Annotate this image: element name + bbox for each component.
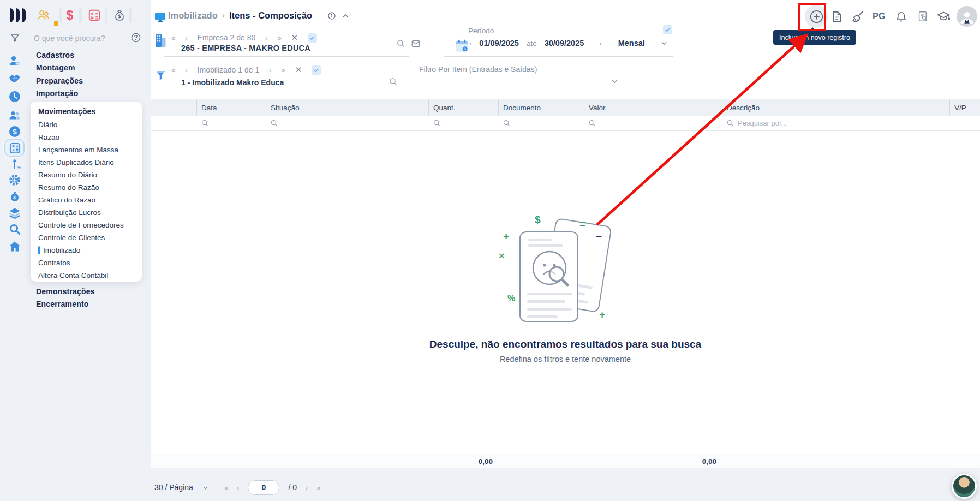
- pg-button[interactable]: PG: [872, 9, 886, 23]
- search-cell-data[interactable]: [196, 116, 266, 130]
- rail-people-icon[interactable]: [8, 109, 21, 122]
- report-button[interactable]: [829, 9, 844, 23]
- company-checkbox[interactable]: [308, 33, 317, 43]
- record-search-icon[interactable]: [389, 77, 398, 86]
- next-page-button[interactable]: ›: [306, 484, 308, 492]
- submenu-item[interactable]: Controle de Clientes: [38, 231, 142, 244]
- descricao-search-input[interactable]: [738, 119, 901, 127]
- first-record-button[interactable]: «: [171, 66, 175, 74]
- audit-log-button[interactable]: [916, 9, 930, 23]
- sidebar-item-demonstracoes[interactable]: Demonstrações: [36, 287, 95, 296]
- prev-company-button[interactable]: ‹: [185, 34, 187, 42]
- help-icon[interactable]: [130, 32, 141, 43]
- breadcrumb-parent[interactable]: Imobilizado: [168, 10, 218, 21]
- rail-home-icon[interactable]: [8, 240, 21, 253]
- rail-partnership-icon[interactable]: [8, 71, 21, 85]
- empty-state-title: Desculpe, não encontramos resultados par…: [151, 338, 980, 350]
- payroll-module-icon[interactable]: [112, 8, 127, 23]
- submenu-item[interactable]: Diário: [38, 118, 142, 131]
- collapse-chevron-icon[interactable]: [342, 12, 350, 20]
- submenu-item[interactable]: Resumo do Diário: [38, 169, 142, 181]
- prev-period-button[interactable]: ‹: [469, 39, 471, 47]
- submenu-item[interactable]: Altera Conta Contábil: [38, 269, 142, 282]
- column-header-situacao[interactable]: Situação: [266, 99, 428, 116]
- email-icon[interactable]: [411, 39, 421, 49]
- next-company-button[interactable]: ›: [265, 34, 267, 42]
- submenu-item[interactable]: Resumo do Razão: [38, 181, 142, 194]
- next-period-button[interactable]: ›: [599, 39, 601, 47]
- training-button[interactable]: [936, 9, 951, 23]
- accounting-module-icon[interactable]: [87, 8, 102, 23]
- column-header-descricao[interactable]: Descrição: [722, 99, 949, 116]
- page-number-input[interactable]: [248, 480, 279, 495]
- submenu-item[interactable]: Razão: [38, 131, 142, 144]
- rail-search-icon[interactable]: [8, 223, 21, 236]
- period-checkbox[interactable]: [663, 25, 672, 34]
- submenu-item[interactable]: Lançamentos em Massa: [38, 144, 142, 156]
- last-record-button[interactable]: »: [282, 66, 285, 74]
- submenu-item[interactable]: Contratos: [38, 257, 142, 269]
- per-page-chevron-icon[interactable]: [202, 484, 209, 491]
- column-header-documento[interactable]: Documento: [498, 99, 584, 116]
- per-page-select[interactable]: 30 / Página: [154, 483, 193, 492]
- sidebar-search[interactable]: O que você procura?: [0, 31, 151, 47]
- search-cell-situacao[interactable]: [266, 116, 428, 130]
- rail-accounting-icon-active[interactable]: [8, 141, 21, 154]
- rail-settings-icon[interactable]: [8, 174, 21, 187]
- next-record-button[interactable]: ›: [269, 66, 271, 74]
- info-icon[interactable]: [327, 11, 336, 20]
- sidebar-item-preparacoes[interactable]: Preparações: [36, 76, 83, 85]
- record-checkbox[interactable]: [312, 65, 321, 75]
- clear-record-button[interactable]: ✕: [295, 65, 302, 75]
- sidebar-item-importacao[interactable]: Importação: [36, 89, 78, 98]
- clear-filters-button[interactable]: [851, 9, 865, 23]
- column-header-valor[interactable]: Valor: [584, 99, 722, 116]
- calendar-icon[interactable]: [455, 38, 469, 53]
- period-mode-chevron-icon[interactable]: [660, 39, 668, 47]
- rail-layers-icon[interactable]: [8, 206, 21, 219]
- rail-time-icon[interactable]: [8, 90, 21, 103]
- column-header-data[interactable]: Data: [196, 99, 266, 116]
- search-cell-descricao[interactable]: [722, 116, 949, 130]
- search-cell-documento[interactable]: [498, 116, 584, 130]
- user-avatar[interactable]: [957, 6, 977, 27]
- sidebar-item-montagem[interactable]: Montagem: [36, 63, 75, 72]
- sidebar-item-movimentacoes[interactable]: Movimentações: [38, 107, 142, 116]
- financial-module-icon[interactable]: $: [62, 8, 77, 23]
- last-page-button[interactable]: »: [316, 484, 320, 492]
- submenu-item[interactable]: Gráfico do Razão: [38, 194, 142, 206]
- submenu-item-imobilizado-active[interactable]: Imobilizado: [38, 244, 142, 257]
- last-company-button[interactable]: »: [278, 34, 282, 42]
- sidebar-search-placeholder[interactable]: O que você procura?: [34, 34, 105, 43]
- clear-company-button[interactable]: ✕: [291, 33, 298, 43]
- prev-page-button[interactable]: ‹: [237, 484, 239, 492]
- item-filter-label[interactable]: Filtro Por Item (Entradas e Saídas): [419, 65, 537, 74]
- sidebar-item-encerramento[interactable]: Encerramento: [36, 300, 89, 308]
- column-header-vp[interactable]: V/P: [949, 99, 980, 116]
- first-page-button[interactable]: «: [224, 484, 228, 492]
- column-header-quant[interactable]: Quant.: [428, 99, 498, 116]
- company-search-icon[interactable]: [396, 39, 405, 48]
- rail-finance-icon[interactable]: $: [8, 125, 21, 138]
- sidebar-item-cadastros[interactable]: Cadastros: [36, 51, 74, 59]
- prev-record-button[interactable]: ‹: [185, 66, 187, 74]
- first-company-button[interactable]: «: [171, 34, 175, 42]
- rail-registrations-icon[interactable]: [8, 55, 21, 68]
- support-chat-avatar[interactable]: [952, 474, 977, 499]
- period-mode-select[interactable]: Mensal: [618, 39, 645, 47]
- period-end-date[interactable]: 30/09/2025: [545, 39, 584, 47]
- rail-taxes-icon[interactable]: $: [8, 190, 21, 203]
- submenu-item[interactable]: Distribuição Lucros: [38, 206, 142, 219]
- screen-monitor-icon: [154, 11, 166, 23]
- notifications-button[interactable]: [894, 9, 908, 23]
- period-start-date[interactable]: 01/09/2025: [479, 39, 519, 47]
- rail-results-icon[interactable]: %: [8, 158, 21, 171]
- search-cell-quant[interactable]: [428, 116, 498, 130]
- item-filter-chevron-icon[interactable]: [611, 77, 619, 85]
- filter-funnel-icon: [10, 33, 20, 43]
- submenu-item[interactable]: Controle de Fornecedores: [38, 219, 142, 231]
- search-cell-valor[interactable]: [584, 116, 722, 130]
- app-logo-icon[interactable]: [10, 8, 26, 22]
- submenu-item[interactable]: Itens Duplicados Diário: [38, 156, 142, 169]
- clients-module-icon[interactable]: [36, 8, 51, 23]
